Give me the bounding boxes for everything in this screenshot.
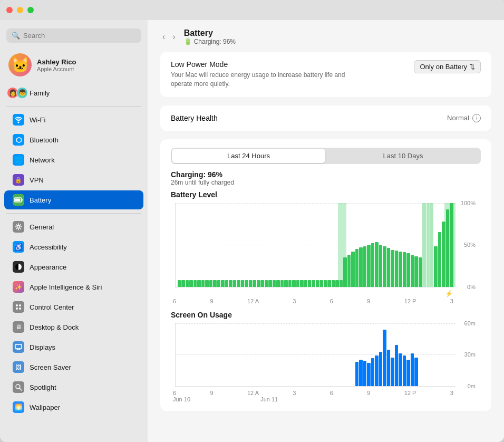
battery-health-label: Battery Health <box>171 114 218 122</box>
sidebar-item-label: Spotlight <box>30 383 56 391</box>
back-button[interactable]: ‹ <box>160 31 167 43</box>
maximize-button[interactable] <box>27 7 34 13</box>
tab-24h[interactable]: Last 24 Hours <box>172 149 325 163</box>
battery-bar <box>233 280 236 287</box>
svg-line-11 <box>20 388 22 390</box>
charging-info: Charging: 96% 26m until fully charged <box>171 170 481 186</box>
battery-bar <box>201 280 205 287</box>
sidebar-item-control[interactable]: Control Center <box>4 297 143 316</box>
screen-bar <box>375 355 378 386</box>
user-profile[interactable]: 🐱 Ashley Rico Apple Account <box>0 49 148 83</box>
battery-bar <box>419 257 422 287</box>
svg-point-3 <box>17 226 20 228</box>
screen-bar <box>371 358 374 386</box>
battery-icon <box>13 194 24 206</box>
x-label: 9 <box>210 390 213 396</box>
sidebar-item-general[interactable]: General <box>4 217 143 236</box>
battery-level-chart: 100% 50% 0% ⚡ <box>175 203 455 287</box>
charts-card: Last 24 Hours Last 10 Days Charging: 96%… <box>160 139 491 411</box>
battery-bar <box>292 280 295 287</box>
svg-rect-2 <box>15 199 21 201</box>
sidebar-item-siri[interactable]: ✨ Apple Intelligence & Siri <box>4 277 143 296</box>
sidebar-item-spotlight[interactable]: Spotlight <box>4 378 143 397</box>
sidebar-item-network[interactable]: 🌐 Network <box>4 150 143 169</box>
lightning-icon: ⚡ <box>445 290 453 297</box>
low-power-row: Low Power Mode Your Mac will reduce ener… <box>171 60 481 89</box>
sidebar-item-screensaver[interactable]: 🖼 Screen Saver <box>4 358 143 377</box>
sidebar-item-desktop[interactable]: 🖥 Desktop & Dock <box>4 318 143 337</box>
battery-bar <box>403 252 406 286</box>
sidebar-item-appearance[interactable]: Appearance <box>4 257 143 276</box>
x-label: 6 <box>173 390 176 396</box>
battery-bar <box>189 280 192 287</box>
main-header: ‹ › Battery 🔋 Charging: 96% <box>148 20 504 52</box>
battery-bar <box>229 280 232 287</box>
panel-body: Low Power Mode Your Mac will reduce ener… <box>148 52 504 424</box>
low-power-dropdown[interactable]: Only on Battery ⇅ <box>414 60 481 73</box>
info-icon[interactable]: i <box>472 114 481 122</box>
y-label-60m: 60m <box>464 320 476 326</box>
battery-bar <box>276 280 279 287</box>
battery-bar <box>273 280 276 287</box>
battery-bar <box>237 280 240 287</box>
battery-bar <box>178 280 181 287</box>
close-button[interactable] <box>6 7 13 13</box>
sidebar-item-accessibility[interactable]: ♿ Accessibility <box>4 237 143 256</box>
battery-bar <box>434 246 437 286</box>
battery-bar <box>186 280 189 287</box>
battery-bar <box>363 246 366 286</box>
sidebar-item-label: Displays <box>30 343 55 351</box>
siri-icon: ✨ <box>13 281 24 293</box>
date-labels: Jun 10 Jun 11 <box>171 396 455 402</box>
battery-bar <box>296 280 299 287</box>
svg-point-8 <box>19 308 21 310</box>
titlebar <box>0 0 504 20</box>
battery-bar <box>197 280 200 287</box>
svg-rect-1 <box>22 199 23 201</box>
low-power-text: Low Power Mode Your Mac will reduce ener… <box>171 60 361 89</box>
low-power-label: Low Power Mode <box>171 60 361 69</box>
low-power-card: Low Power Mode Your Mac will reduce ener… <box>160 52 491 97</box>
sidebar-item-vpn[interactable]: 🔒 VPN <box>4 170 143 189</box>
header-title-area: Battery 🔋 Charging: 96% <box>184 28 236 45</box>
screen-bar <box>391 358 394 386</box>
x-label: 12 A <box>247 390 259 396</box>
screen-bar <box>387 350 390 386</box>
tab-10d[interactable]: Last 10 Days <box>326 149 480 163</box>
x-label: 6 <box>330 390 333 396</box>
battery-status-icon: 🔋 <box>184 38 192 45</box>
network-icon: 🌐 <box>13 154 24 166</box>
sidebar-item-bluetooth[interactable]: ⬡ Bluetooth <box>4 130 143 149</box>
search-icon: 🔍 <box>12 32 20 40</box>
sidebar-item-label: Family <box>30 89 50 97</box>
sidebar-item-displays[interactable]: Displays <box>4 338 143 357</box>
y-label-0m: 0m <box>468 383 476 389</box>
search-bar[interactable]: 🔍 <box>6 28 141 43</box>
battery-health-status: Normal <box>447 114 469 122</box>
grid-line-0 <box>176 287 455 287</box>
screen-bars <box>176 323 455 386</box>
bluetooth-icon: ⬡ <box>13 134 24 146</box>
battery-bar <box>383 246 386 286</box>
sidebar-item-battery[interactable]: Battery <box>4 190 143 209</box>
battery-bar <box>359 247 362 287</box>
sidebar-item-wifi[interactable]: Wi-Fi <box>4 110 143 129</box>
battery-x-labels: 6 9 12 A 3 6 9 12 P 3 <box>171 298 455 304</box>
battery-bar <box>312 280 315 287</box>
wifi-icon <box>13 114 24 126</box>
battery-bar <box>265 280 268 287</box>
battery-bar <box>241 280 244 287</box>
search-input[interactable] <box>23 32 136 40</box>
sidebar-item-wallpaper[interactable]: 🌅 Wallpaper <box>4 398 143 417</box>
grid-line-0m <box>176 386 455 387</box>
battery-health-value: Normal i <box>447 114 481 122</box>
sidebar-item-label: Wi-Fi <box>30 116 45 124</box>
x-label: 12 P <box>404 390 416 396</box>
forward-button[interactable]: › <box>170 31 177 43</box>
minimize-button[interactable] <box>17 7 23 13</box>
app-window: 🔍 🐱 Ashley Rico Apple Account 👩 👦 <box>0 0 504 442</box>
charging-title: Charging: 96% <box>171 170 481 179</box>
screen-x-labels: 6 9 12 A 3 6 9 12 P 3 <box>171 389 455 396</box>
sidebar-item-family[interactable]: 👩 👦 Family <box>4 83 143 102</box>
screen-bar <box>399 353 402 386</box>
